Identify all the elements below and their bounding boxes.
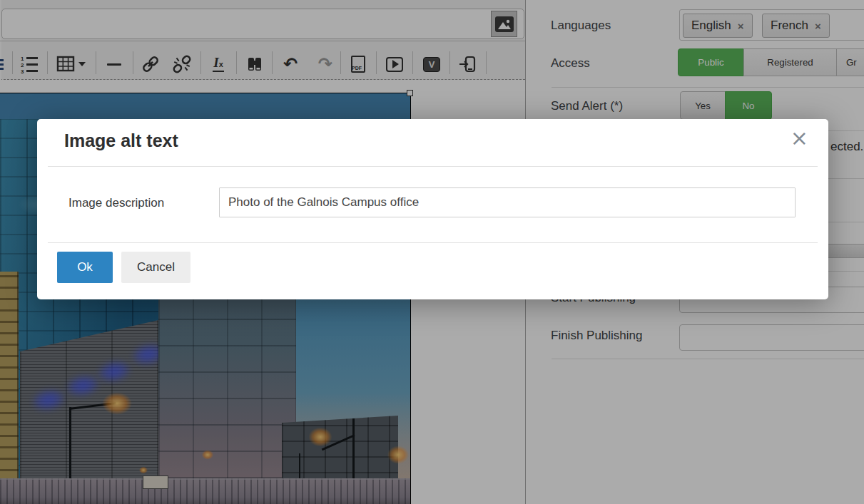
ok-button[interactable]: Ok (57, 252, 113, 283)
screen: 1 2 3 (0, 0, 864, 504)
close-icon[interactable]: × (791, 128, 808, 149)
dialog-title: Image alt text (64, 130, 178, 151)
image-alt-text-dialog: Image alt text × Image description Ok Ca… (37, 119, 828, 299)
image-description-input[interactable] (219, 187, 796, 217)
dialog-footer-divider (48, 242, 818, 243)
cancel-button[interactable]: Cancel (121, 252, 190, 283)
dialog-header-divider (48, 166, 818, 167)
image-description-label: Image description (68, 196, 164, 210)
